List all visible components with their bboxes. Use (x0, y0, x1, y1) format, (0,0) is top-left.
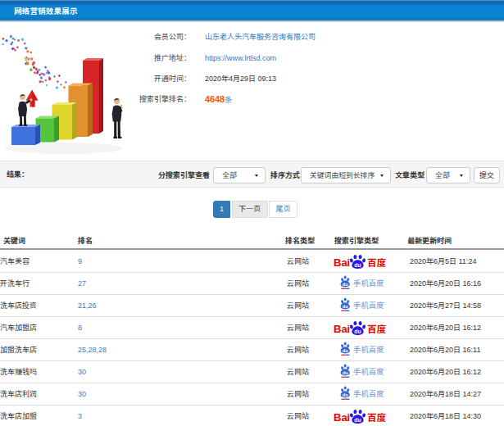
svg-text:手机百度: 手机百度 (353, 365, 384, 377)
svg-text:Bai: Bai (334, 323, 350, 335)
svg-text:手机百度: 手机百度 (353, 299, 384, 310)
svg-text:百度: 百度 (367, 322, 386, 335)
svg-text:du: du (354, 329, 361, 334)
svg-text:Bai: Bai (334, 256, 350, 269)
svg-text:du: du (354, 262, 361, 268)
svg-text:百度: 百度 (367, 256, 386, 269)
svg-text:手机百度: 手机百度 (353, 277, 384, 288)
svg-text:du: du (354, 417, 361, 423)
svg-text:du: du (343, 304, 348, 309)
svg-text:du: du (343, 370, 348, 375)
svg-text:手机百度: 手机百度 (353, 343, 384, 355)
svg-text:手机百度: 手机百度 (353, 387, 384, 399)
svg-text:du: du (343, 348, 348, 353)
svg-text:du: du (343, 282, 348, 287)
svg-text:du: du (343, 392, 348, 397)
svg-text:百度: 百度 (367, 410, 386, 424)
svg-text:Bai: Bai (334, 411, 350, 424)
